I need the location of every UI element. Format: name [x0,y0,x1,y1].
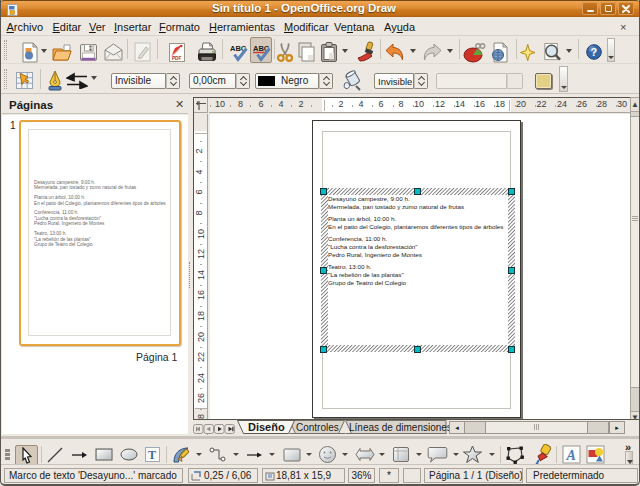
svg-text:Controles: Controles [296,422,339,433]
svg-text:A: A [566,448,576,463]
svg-text:?: ? [591,46,598,58]
svg-text:Diseño: Diseño [248,421,285,433]
svg-text:PDF: PDF [172,56,181,61]
svg-text:Líneas de dimensiones: Líneas de dimensiones [349,422,451,433]
svg-text:T: T [148,448,156,462]
